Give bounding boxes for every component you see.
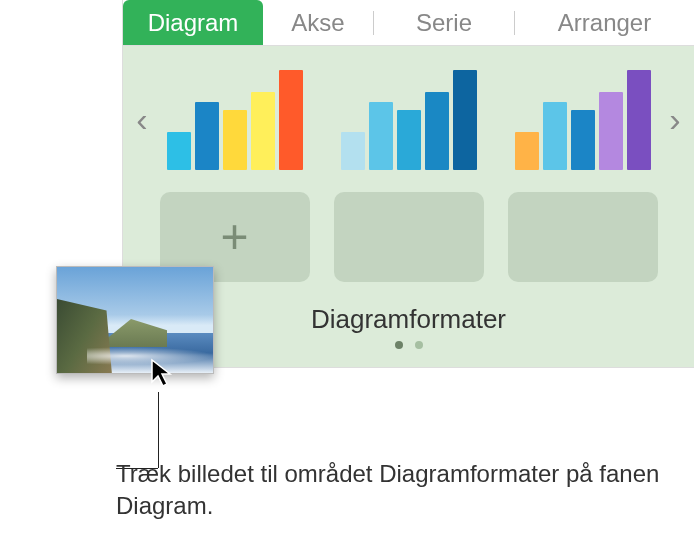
chart-bar: [279, 70, 303, 170]
chart-bar: [167, 132, 191, 170]
tab-diagram[interactable]: Diagram: [123, 0, 263, 45]
chart-bar: [251, 92, 275, 170]
chart-bar: [627, 70, 651, 170]
chart-bar: [397, 110, 421, 170]
callout-line: [158, 392, 159, 468]
chart-bar: [341, 132, 365, 170]
tab-serie[interactable]: Serie: [374, 0, 514, 45]
chart-style-thumb[interactable]: [508, 64, 658, 174]
chart-bar: [425, 92, 449, 170]
tab-bar: Diagram Akse Serie Arranger: [123, 0, 694, 46]
chart-bar: [223, 110, 247, 170]
tab-akse[interactable]: Akse: [263, 0, 373, 45]
dragged-image-thumbnail[interactable]: [56, 266, 214, 374]
chart-bar: [543, 102, 567, 170]
chart-style-thumb[interactable]: [334, 64, 484, 174]
tab-arranger[interactable]: Arranger: [515, 0, 694, 45]
chart-bar: [453, 70, 477, 170]
chart-bar: [195, 102, 219, 170]
styles-grid: [157, 64, 660, 174]
carousel-dot[interactable]: [395, 341, 403, 349]
chart-style-thumb[interactable]: [160, 64, 310, 174]
chart-bar: [369, 102, 393, 170]
carousel-dot[interactable]: [415, 341, 423, 349]
carousel-prev-icon[interactable]: ‹: [127, 100, 157, 139]
callout-text: Træk billedet til området Diagramformate…: [116, 458, 694, 523]
image-wave: [87, 347, 214, 365]
empty-style-slot[interactable]: [334, 192, 484, 282]
empty-style-slot[interactable]: [508, 192, 658, 282]
plus-icon: +: [220, 213, 248, 261]
chart-bar: [515, 132, 539, 170]
styles-carousel: ‹ ›: [123, 64, 694, 174]
chart-bar: [571, 110, 595, 170]
carousel-next-icon[interactable]: ›: [660, 100, 690, 139]
chart-bar: [599, 92, 623, 170]
